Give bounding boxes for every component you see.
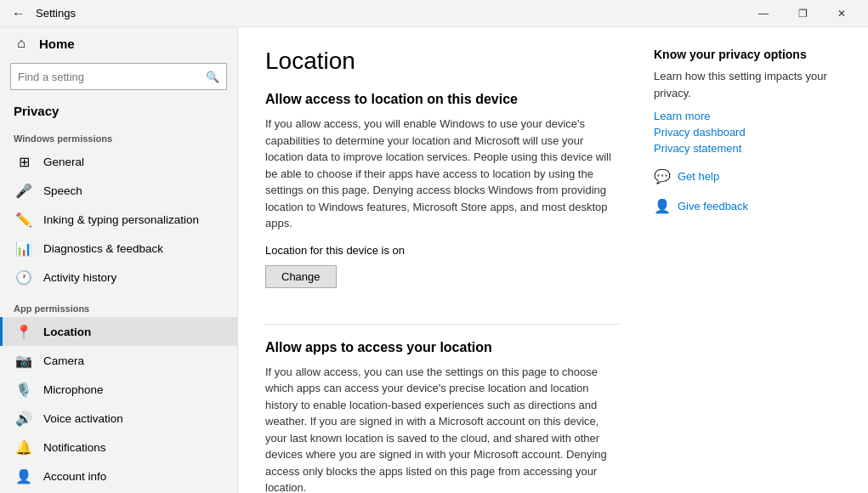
location-icon: 📍 xyxy=(16,324,31,339)
section1-heading: Allow access to location on this device xyxy=(265,92,620,107)
sidebar-item-label: Location xyxy=(43,326,91,338)
section2-body: If you allow access, you can use the set… xyxy=(265,364,620,494)
sidebar-item-label: Speech xyxy=(43,184,82,197)
section1-body: If you allow access, you will enable Win… xyxy=(265,116,620,232)
camera-icon: 📷 xyxy=(16,353,31,368)
change-button[interactable]: Change xyxy=(265,265,337,288)
sidebar-item-speech[interactable]: 🎤 Speech xyxy=(0,176,237,205)
sidebar-item-label: Camera xyxy=(43,354,84,367)
privacy-dashboard-link[interactable]: Privacy dashboard xyxy=(654,126,841,139)
sidebar-item-notifications[interactable]: 🔔 Notifications xyxy=(0,433,237,462)
inking-icon: ✏️ xyxy=(16,212,31,227)
window-controls: — ❐ ✕ xyxy=(744,0,861,27)
back-button[interactable]: ← xyxy=(7,2,31,26)
app-permissions-header: App permissions xyxy=(0,292,237,317)
right-panel: Know your privacy options Learn how this… xyxy=(654,48,841,473)
search-icon: 🔍 xyxy=(206,71,219,83)
right-panel-desc: Learn how this setting impacts your priv… xyxy=(654,68,841,101)
sidebar-item-general[interactable]: ⊞ General xyxy=(0,147,237,176)
privacy-section-label: Privacy xyxy=(0,97,237,122)
section2-heading: Allow apps to access your location xyxy=(265,340,620,355)
voice-icon: 🔊 xyxy=(16,411,31,426)
sidebar-item-activity[interactable]: 🕐 Activity history xyxy=(0,263,237,292)
account-icon: 👤 xyxy=(16,468,31,484)
learn-more-link[interactable]: Learn more xyxy=(654,110,841,122)
notifications-icon: 🔔 xyxy=(16,439,31,455)
sidebar-item-account[interactable]: 👤 Account info xyxy=(0,462,237,490)
microphone-icon: 🎙️ xyxy=(16,382,31,397)
privacy-statement-link[interactable]: Privacy statement xyxy=(654,142,841,155)
close-button[interactable]: ✕ xyxy=(822,0,861,27)
sidebar-item-diagnostics[interactable]: 📊 Diagnostics & feedback xyxy=(0,234,237,263)
minimize-button[interactable]: — xyxy=(744,0,783,27)
sidebar-item-inking[interactable]: ✏️ Inking & typing personalization xyxy=(0,205,237,234)
home-label: Home xyxy=(39,37,75,51)
speech-icon: 🎤 xyxy=(16,183,31,198)
home-icon: ⌂ xyxy=(14,36,29,51)
page-title: Location xyxy=(265,48,620,75)
device-status: Location for this device is on xyxy=(265,244,620,257)
restore-button[interactable]: ❐ xyxy=(783,0,822,27)
help-icon: 💬 xyxy=(654,168,671,184)
feedback-row: 👤 Give feedback xyxy=(654,198,841,214)
sidebar-item-label: Account info xyxy=(43,470,106,483)
get-help-link[interactable]: Get help xyxy=(678,170,719,183)
sidebar-item-camera[interactable]: 📷 Camera xyxy=(0,346,237,375)
divider xyxy=(265,324,620,325)
sidebar-item-label: Notifications xyxy=(43,441,106,454)
sidebar: ⌂ Home 🔍 Privacy Windows permissions ⊞ G… xyxy=(0,27,238,493)
sidebar-item-label: Voice activation xyxy=(43,412,123,425)
main-content: Location Allow access to location on thi… xyxy=(238,27,868,493)
sidebar-item-location[interactable]: 📍 Location xyxy=(0,317,237,346)
right-panel-heading: Know your privacy options xyxy=(654,48,841,61)
sidebar-item-label: Diagnostics & feedback xyxy=(43,242,163,255)
home-nav-item[interactable]: ⌂ Home xyxy=(0,27,237,60)
sidebar-item-voice[interactable]: 🔊 Voice activation xyxy=(0,404,237,433)
sidebar-item-label: Microphone xyxy=(43,383,104,396)
title-bar: ← Settings — ❐ ✕ xyxy=(0,0,868,27)
feedback-icon: 👤 xyxy=(654,198,671,214)
sidebar-item-label: General xyxy=(43,156,84,168)
content-area: Location Allow access to location on thi… xyxy=(265,48,620,473)
search-input[interactable] xyxy=(18,71,206,83)
general-icon: ⊞ xyxy=(16,154,31,169)
app-body: ⌂ Home 🔍 Privacy Windows permissions ⊞ G… xyxy=(0,27,868,493)
sidebar-item-microphone[interactable]: 🎙️ Microphone xyxy=(0,375,237,404)
sidebar-item-label: Activity history xyxy=(43,271,116,284)
windows-permissions-header: Windows permissions xyxy=(0,122,237,147)
sidebar-item-label: Inking & typing personalization xyxy=(43,213,199,226)
search-box[interactable]: 🔍 xyxy=(10,63,227,90)
give-feedback-link[interactable]: Give feedback xyxy=(678,200,748,212)
get-help-row: 💬 Get help xyxy=(654,168,841,184)
app-title: Settings xyxy=(36,7,744,20)
activity-icon: 🕐 xyxy=(16,269,31,285)
diagnostics-icon: 📊 xyxy=(16,241,31,256)
